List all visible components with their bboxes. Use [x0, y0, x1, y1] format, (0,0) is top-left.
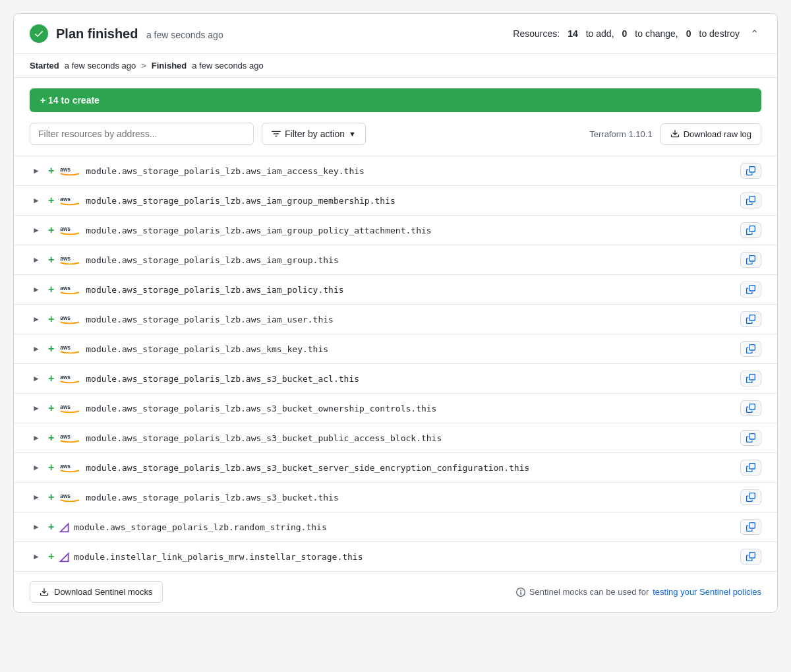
finished-time: a few seconds ago — [192, 61, 263, 71]
copy-button[interactable] — [740, 371, 761, 386]
add-text: to add, — [586, 28, 614, 39]
download-sentinel-label: Download Sentinel mocks — [54, 587, 153, 597]
filter-action-button[interactable]: Filter by action ▼ — [262, 123, 366, 145]
copy-button[interactable] — [740, 519, 761, 535]
copy-button[interactable] — [740, 282, 761, 297]
resource-name: module.aws_storage_polaris_lzb.aws_s3_bu… — [86, 463, 735, 473]
resource-list: ►+ aws module.aws_storage_polaris_lzb.aw… — [14, 156, 777, 571]
resource-item: ►+◿module.aws_storage_polaris_lzb.random… — [14, 512, 777, 542]
svg-text:aws: aws — [61, 166, 71, 173]
resource-name: module.aws_storage_polaris_lzb.aws_iam_g… — [86, 255, 735, 265]
copy-button[interactable] — [740, 460, 761, 475]
plan-status-title: Plan finished — [56, 26, 138, 41]
download-raw-button[interactable]: Download raw log — [660, 123, 761, 145]
aws-icon: aws — [59, 431, 80, 444]
filter-icon — [272, 129, 281, 138]
filter-input[interactable] — [30, 123, 254, 145]
svg-text:aws: aws — [61, 196, 71, 202]
terraform-provider-icon: ◿ — [59, 549, 69, 564]
add-action-icon: + — [48, 491, 54, 503]
add-action-icon: + — [48, 402, 54, 414]
expand-button[interactable]: ► — [30, 284, 43, 295]
create-bar: + 14 to create — [30, 88, 761, 112]
terraform-version: Terraform 1.10.1 — [589, 129, 652, 139]
started-label: Started — [30, 61, 59, 71]
add-action-icon: + — [48, 284, 54, 295]
svg-text:aws: aws — [61, 255, 71, 262]
add-action-icon: + — [48, 224, 54, 236]
resource-item: ►+ aws module.aws_storage_polaris_lzb.aw… — [14, 394, 777, 423]
copy-button[interactable] — [740, 193, 761, 208]
aws-icon: aws — [59, 194, 80, 207]
resource-item: ►+ aws module.aws_storage_polaris_lzb.aw… — [14, 186, 777, 216]
expand-button[interactable]: ► — [30, 343, 43, 355]
expand-button[interactable]: ► — [30, 402, 43, 414]
add-action-icon: + — [48, 313, 54, 325]
svg-text:aws: aws — [61, 463, 71, 470]
chevron-down-icon: ▼ — [349, 130, 356, 138]
sentinel-info-text: Sentinel mocks can be used for — [529, 587, 649, 597]
copy-button[interactable] — [740, 341, 761, 357]
resource-item: ►+ aws module.aws_storage_polaris_lzb.aw… — [14, 483, 777, 512]
expand-button[interactable]: ► — [30, 462, 43, 473]
resource-item: ►+ aws module.aws_storage_polaris_lzb.aw… — [14, 245, 777, 275]
copy-button[interactable] — [740, 489, 761, 505]
header-right: Resources: 14 to add, 0 to change, 0 to … — [513, 25, 761, 43]
resource-item: ►+ aws module.aws_storage_polaris_lzb.aw… — [14, 453, 777, 483]
expand-button[interactable]: ► — [30, 165, 43, 177]
add-action-icon: + — [48, 462, 54, 473]
copy-button[interactable] — [740, 400, 761, 416]
sentinel-policies-link[interactable]: testing your Sentinel policies — [653, 587, 761, 597]
destroy-text: to destroy — [699, 28, 740, 39]
destroy-count: 0 — [686, 28, 691, 39]
svg-text:aws: aws — [61, 374, 71, 381]
aws-icon: aws — [59, 402, 80, 415]
resource-item: ►+◿module.instellar_link_polaris_mrw.ins… — [14, 542, 777, 571]
footer-right: Sentinel mocks can be used for testing y… — [516, 587, 761, 597]
add-action-icon: + — [48, 165, 54, 177]
status-bar: Started a few seconds ago > Finished a f… — [14, 54, 777, 78]
add-action-icon: + — [48, 343, 54, 355]
expand-button[interactable]: ► — [30, 195, 43, 206]
aws-icon: aws — [59, 224, 80, 237]
change-count: 0 — [622, 28, 628, 39]
filter-action-label: Filter by action — [285, 129, 345, 139]
copy-button[interactable] — [740, 252, 761, 268]
expand-button[interactable]: ► — [30, 373, 43, 384]
add-action-icon: + — [48, 373, 54, 384]
collapse-button[interactable]: ⌃ — [747, 25, 761, 43]
aws-icon: aws — [59, 283, 80, 296]
aws-icon: aws — [59, 253, 80, 266]
expand-button[interactable]: ► — [30, 313, 43, 325]
download-icon — [670, 129, 680, 138]
expand-button[interactable]: ► — [30, 224, 43, 236]
success-icon — [30, 24, 48, 43]
copy-button[interactable] — [740, 311, 761, 327]
filter-row: Filter by action ▼ Terraform 1.10.1 Down… — [14, 123, 777, 156]
expand-button[interactable]: ► — [30, 551, 43, 563]
expand-button[interactable]: ► — [30, 432, 43, 444]
expand-button[interactable]: ► — [30, 254, 43, 266]
add-action-icon: + — [48, 254, 54, 266]
footer: Download Sentinel mocks Sentinel mocks c… — [14, 571, 777, 612]
copy-button[interactable] — [740, 549, 761, 565]
resource-item: ►+ aws module.aws_storage_polaris_lzb.aw… — [14, 334, 777, 364]
download-sentinel-button[interactable]: Download Sentinel mocks — [30, 581, 163, 603]
svg-text:aws: aws — [61, 344, 71, 351]
resource-name: module.aws_storage_polaris_lzb.aws_iam_g… — [86, 196, 735, 206]
aws-icon: aws — [59, 342, 80, 355]
terraform-provider-icon: ◿ — [59, 520, 69, 534]
expand-button[interactable]: ► — [30, 521, 43, 533]
copy-button[interactable] — [740, 163, 761, 179]
aws-icon: aws — [59, 491, 80, 504]
header-left: Plan finished a few seconds ago — [30, 24, 223, 43]
resource-name: module.aws_storage_polaris_lzb.aws_s3_bu… — [86, 493, 735, 503]
copy-button[interactable] — [740, 222, 761, 238]
resource-item: ►+ aws module.aws_storage_polaris_lzb.aw… — [14, 275, 777, 305]
info-icon — [516, 588, 525, 597]
resource-name: module.instellar_link_polaris_mrw.instel… — [74, 552, 735, 562]
expand-button[interactable]: ► — [30, 491, 43, 503]
resource-item: ►+ aws module.aws_storage_polaris_lzb.aw… — [14, 156, 777, 186]
resource-name: module.aws_storage_polaris_lzb.aws_iam_g… — [86, 226, 735, 235]
copy-button[interactable] — [740, 430, 761, 446]
